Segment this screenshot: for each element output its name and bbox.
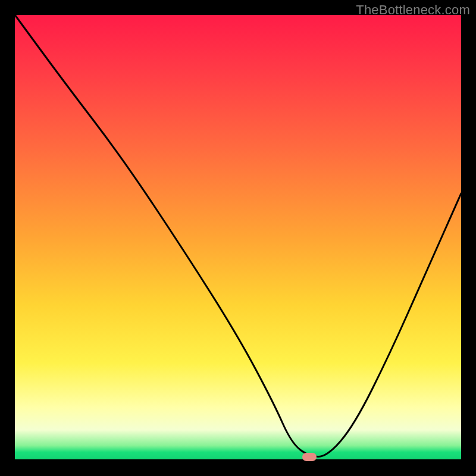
bottleneck-curve (15, 15, 461, 461)
x-axis-line (15, 459, 461, 461)
chart-frame: TheBottleneck.com (0, 0, 476, 476)
plot-area (15, 15, 461, 461)
minimum-marker (302, 453, 317, 461)
